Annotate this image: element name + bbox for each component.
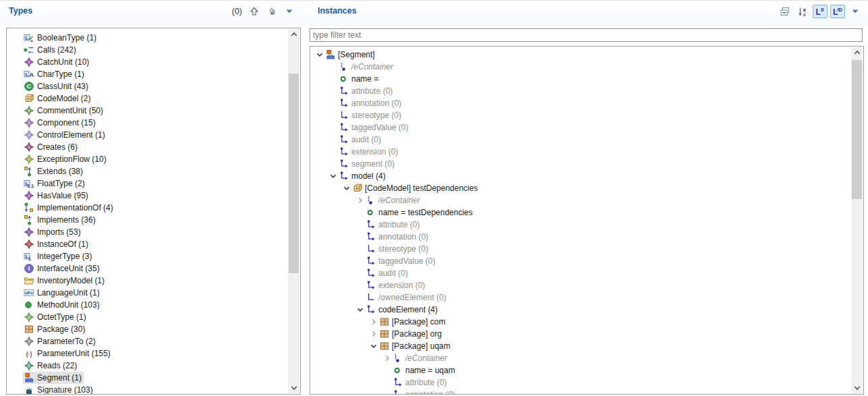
type-row-hasvalue[interactable]: HasValue (95) — [7, 190, 288, 202]
type-row-content[interactable]: MethodUnit (103) — [23, 299, 102, 311]
type-row-languageunit[interactable]: <P>LanguageUnit (1) — [7, 287, 288, 299]
instances-scrollbar[interactable] — [851, 47, 863, 393]
tree-row[interactable]: /eContainer — [310, 194, 851, 206]
panel-sash[interactable] — [301, 1, 309, 396]
type-row-classunit[interactable]: CClassUnit (43) — [7, 80, 288, 92]
tree-row[interactable]: segment (0) — [310, 158, 851, 170]
tree-row[interactable]: codeElement (4) — [310, 304, 851, 316]
type-row-content[interactable]: L1IntegerType (3) — [23, 250, 94, 262]
chevron-expanded-icon[interactable] — [341, 183, 352, 194]
types-scrollbar[interactable] — [288, 29, 299, 393]
type-row-codemodel[interactable]: CodeModel (2) — [7, 92, 288, 105]
type-row-implementationof[interactable]: ImplementationOf (4) — [7, 202, 288, 214]
type-row-content[interactable]: CClassUnit (43) — [23, 80, 90, 92]
tree-row[interactable]: audit (0) — [310, 267, 851, 279]
type-row-reads[interactable]: Reads (22) — [7, 360, 288, 372]
tree-row[interactable]: attribute (0) — [310, 85, 851, 97]
tree-row[interactable]: taggedValue (0) — [310, 121, 851, 134]
chevron-expanded-icon[interactable] — [355, 304, 366, 315]
type-row-content[interactable]: Extends (38) — [23, 165, 85, 177]
tree-row[interactable]: annotation (0) — [310, 97, 851, 109]
tree-row[interactable]: [Package] uqam — [310, 340, 851, 352]
scrollbar-thumb[interactable] — [289, 74, 299, 273]
selected-type-row-content[interactable]: Segment (1) — [23, 372, 84, 384]
type-row-content[interactable]: <P>LanguageUnit (1) — [23, 287, 102, 299]
chevron-expanded-icon[interactable] — [328, 171, 339, 181]
instances-view-menu-button[interactable] — [848, 5, 863, 18]
type-row-content[interactable]: ControlElement (1) — [23, 129, 107, 141]
type-row-controlelement[interactable]: ControlElement (1) — [7, 129, 288, 141]
type-filter-input[interactable] — [310, 28, 863, 42]
type-row-content[interactable]: CodeModel (2) — [23, 92, 92, 105]
type-row-content[interactable]: Package (30) — [23, 323, 87, 335]
type-row-commentunit[interactable]: CommentUnit (50) — [7, 105, 288, 117]
type-row-catchunit[interactable]: CatchUnit (10) — [7, 56, 288, 68]
scrollbar-thumb[interactable] — [852, 60, 862, 199]
type-row-content[interactable]: OctetType (1) — [23, 311, 88, 323]
type-row-instanceof[interactable]: InstanceOf (1) — [7, 238, 288, 250]
type-row-content[interactable]: CommentUnit (50) — [23, 105, 105, 117]
type-row-content[interactable]: L1.1FloatType (2) — [23, 177, 87, 190]
type-row-integertype[interactable]: L1IntegerType (3) — [7, 250, 288, 262]
type-row-content[interactable]: InstanceOf (1) — [23, 238, 90, 250]
type-row-content[interactable]: IInterfaceUnit (35) — [23, 262, 102, 275]
tree-row[interactable]: /ownedElement (0) — [310, 291, 851, 304]
tree-row[interactable]: attribute (0) — [310, 219, 851, 231]
tree-row[interactable]: taggedValue (0) — [310, 255, 851, 267]
type-row-package[interactable]: Package (30) — [7, 323, 288, 335]
tree-row[interactable]: extension (0) — [310, 146, 851, 158]
type-row-content[interactable]: Implements (36) — [23, 214, 98, 226]
chevron-collapsed-icon[interactable] — [368, 316, 379, 327]
tree-row[interactable]: [Package] org — [310, 328, 851, 340]
chevron-expanded-icon[interactable] — [314, 49, 325, 60]
type-row-content[interactable]: Creates (6) — [23, 141, 80, 153]
type-row-creates[interactable]: Creates (6) — [7, 141, 288, 153]
type-row-methodunit[interactable]: MethodUnit (103) — [7, 299, 288, 311]
type-row-content[interactable]: Signature (103) — [23, 384, 95, 394]
scroll-down-icon[interactable] — [288, 383, 299, 393]
type-row-content[interactable]: ImplementationOf (4) — [23, 202, 115, 214]
tree-row[interactable]: name = — [310, 73, 851, 85]
tree-row[interactable]: attribute (0) — [310, 376, 851, 389]
type-row-implements[interactable]: Implements (36) — [7, 214, 288, 226]
type-row-signature[interactable]: Signature (103) — [7, 384, 288, 394]
type-row-chartype[interactable]: LACharType (1) — [7, 68, 288, 80]
tree-row[interactable]: /eContainer — [310, 61, 851, 73]
type-row-imports[interactable]: Imports (53) — [7, 226, 288, 238]
tree-row[interactable]: name = uqam — [310, 364, 851, 376]
layer-0-toggle-button[interactable]: L0 — [813, 5, 828, 18]
tree-row[interactable]: name = testDependencies — [310, 206, 851, 219]
chevron-collapsed-icon[interactable] — [355, 195, 366, 206]
type-row-content[interactable]: ParameterTo (2) — [23, 335, 98, 347]
type-row-content[interactable]: Component (15) — [23, 117, 98, 129]
chevron-collapsed-icon[interactable] — [368, 329, 379, 339]
up-arrow-button[interactable] — [247, 5, 262, 18]
tree-row[interactable]: stereotype (0) — [310, 243, 851, 255]
scroll-up-icon[interactable] — [288, 29, 299, 40]
type-row-exceptionflow[interactable]: ExceptionFlow (10) — [7, 153, 288, 165]
scroll-down-icon[interactable] — [851, 383, 863, 393]
type-row-content[interactable]: InventoryModel (1) — [23, 275, 107, 287]
tree-row[interactable]: stereotype (0) — [310, 109, 851, 121]
type-row-content[interactable]: LBooleanType (1) — [23, 32, 98, 44]
layer-d-toggle-button[interactable]: L/D — [830, 5, 845, 18]
type-row-content[interactable]: Reads (22) — [23, 360, 79, 372]
type-row-content[interactable]: ExceptionFlow (10) — [23, 153, 109, 165]
type-row-content[interactable]: Imports (53) — [23, 226, 83, 238]
tree-row[interactable]: audit (0) — [310, 134, 851, 146]
type-row-calls[interactable]: Calls (242) — [7, 44, 288, 56]
type-row-content[interactable]: HasValue (95) — [23, 190, 90, 202]
type-row-content[interactable]: (·)ParameterUnit (155) — [23, 347, 113, 360]
type-row-inventorymodel[interactable]: InventoryModel (1) — [7, 275, 288, 287]
collapse-all-button[interactable] — [778, 5, 792, 18]
chevron-collapsed-icon[interactable] — [382, 353, 393, 364]
tree-row[interactable]: [Package] com — [310, 316, 851, 328]
type-row-component[interactable]: Component (15) — [7, 117, 288, 129]
hierarchy-sort-button[interactable] — [264, 5, 279, 18]
type-row-content[interactable]: CatchUnit (10) — [23, 56, 91, 68]
type-row-parameterunit[interactable]: (·)ParameterUnit (155) — [7, 347, 288, 360]
tree-row[interactable]: annotation (0) — [310, 231, 851, 243]
tree-row[interactable]: /eContainer — [310, 352, 851, 364]
scroll-up-icon[interactable] — [851, 47, 863, 58]
tree-row[interactable]: model (4) — [310, 170, 851, 182]
